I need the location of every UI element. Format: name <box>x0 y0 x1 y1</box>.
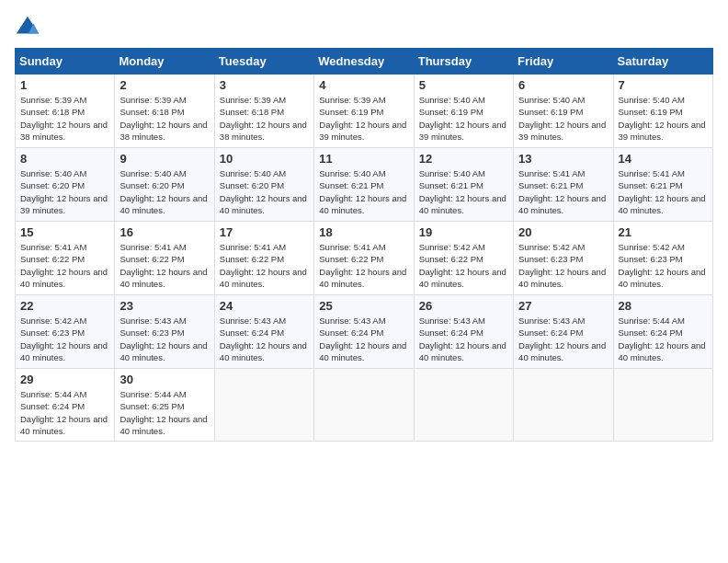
calendar-day-cell: 27 Sunrise: 5:43 AMSunset: 6:24 PMDaylig… <box>514 295 613 369</box>
day-info: Sunrise: 5:44 AMSunset: 6:24 PMDaylight:… <box>20 388 109 437</box>
logo-icon <box>15 15 40 40</box>
calendar-day-cell: 29 Sunrise: 5:44 AMSunset: 6:24 PMDaylig… <box>16 369 115 442</box>
day-info: Sunrise: 5:39 AMSunset: 6:19 PMDaylight:… <box>319 94 408 143</box>
day-number: 7 <box>619 78 708 92</box>
day-info: Sunrise: 5:40 AMSunset: 6:21 PMDaylight:… <box>419 167 508 216</box>
day-number: 17 <box>220 225 309 239</box>
weekday-header: Thursday <box>414 49 513 75</box>
calendar-day-cell: 12 Sunrise: 5:40 AMSunset: 6:21 PMDaylig… <box>414 148 513 222</box>
day-number: 21 <box>619 225 708 239</box>
calendar-day-cell: 3 Sunrise: 5:39 AMSunset: 6:18 PMDayligh… <box>214 75 313 148</box>
calendar-day-cell <box>613 369 712 442</box>
day-number: 28 <box>619 299 708 313</box>
day-number: 16 <box>119 225 209 239</box>
day-info: Sunrise: 5:43 AMSunset: 6:24 PMDaylight:… <box>419 315 508 363</box>
day-info: Sunrise: 5:40 AMSunset: 6:19 PMDaylight:… <box>619 94 708 143</box>
calendar-day-cell: 25 Sunrise: 5:43 AMSunset: 6:24 PMDaylig… <box>314 295 414 369</box>
day-info: Sunrise: 5:43 AMSunset: 6:24 PMDaylight:… <box>518 315 608 363</box>
calendar-week-row: 15 Sunrise: 5:41 AMSunset: 6:22 PMDaylig… <box>16 222 713 295</box>
calendar-header: SundayMondayTuesdayWednesdayThursdayFrid… <box>16 49 713 75</box>
day-number: 24 <box>220 299 309 313</box>
day-number: 6 <box>518 78 608 92</box>
day-info: Sunrise: 5:43 AMSunset: 6:23 PMDaylight:… <box>119 315 209 363</box>
day-info: Sunrise: 5:41 AMSunset: 6:22 PMDaylight:… <box>119 241 209 290</box>
day-number: 26 <box>419 299 508 313</box>
calendar-day-cell: 24 Sunrise: 5:43 AMSunset: 6:24 PMDaylig… <box>214 295 313 369</box>
calendar-day-cell: 5 Sunrise: 5:40 AMSunset: 6:19 PMDayligh… <box>414 75 513 148</box>
day-info: Sunrise: 5:42 AMSunset: 6:22 PMDaylight:… <box>419 241 508 290</box>
calendar-day-cell: 15 Sunrise: 5:41 AMSunset: 6:22 PMDaylig… <box>16 222 115 295</box>
day-info: Sunrise: 5:40 AMSunset: 6:20 PMDaylight:… <box>119 167 209 216</box>
calendar-day-cell: 22 Sunrise: 5:42 AMSunset: 6:23 PMDaylig… <box>16 295 115 369</box>
calendar-body: 1 Sunrise: 5:39 AMSunset: 6:18 PMDayligh… <box>16 75 713 442</box>
day-info: Sunrise: 5:41 AMSunset: 6:22 PMDaylight:… <box>220 241 309 290</box>
day-number: 9 <box>119 152 209 166</box>
page-header <box>15 15 713 40</box>
day-number: 8 <box>20 152 109 166</box>
calendar-day-cell: 13 Sunrise: 5:41 AMSunset: 6:21 PMDaylig… <box>514 148 613 222</box>
day-number: 14 <box>619 152 708 166</box>
day-info: Sunrise: 5:42 AMSunset: 6:23 PMDaylight:… <box>20 315 109 363</box>
day-info: Sunrise: 5:40 AMSunset: 6:20 PMDaylight:… <box>20 167 109 216</box>
calendar-day-cell: 26 Sunrise: 5:43 AMSunset: 6:24 PMDaylig… <box>414 295 513 369</box>
calendar-day-cell: 17 Sunrise: 5:41 AMSunset: 6:22 PMDaylig… <box>214 222 313 295</box>
day-info: Sunrise: 5:42 AMSunset: 6:23 PMDaylight:… <box>518 241 608 290</box>
logo <box>15 15 44 40</box>
calendar-day-cell: 10 Sunrise: 5:40 AMSunset: 6:20 PMDaylig… <box>214 148 313 222</box>
day-number: 5 <box>419 78 508 92</box>
calendar-day-cell: 18 Sunrise: 5:41 AMSunset: 6:22 PMDaylig… <box>314 222 414 295</box>
day-info: Sunrise: 5:40 AMSunset: 6:20 PMDaylight:… <box>220 167 309 216</box>
calendar-day-cell <box>214 369 313 442</box>
day-info: Sunrise: 5:41 AMSunset: 6:21 PMDaylight:… <box>619 167 708 216</box>
day-number: 3 <box>220 78 309 92</box>
calendar-day-cell: 14 Sunrise: 5:41 AMSunset: 6:21 PMDaylig… <box>613 148 712 222</box>
day-info: Sunrise: 5:44 AMSunset: 6:24 PMDaylight:… <box>619 315 708 363</box>
calendar-day-cell: 1 Sunrise: 5:39 AMSunset: 6:18 PMDayligh… <box>16 75 115 148</box>
calendar-week-row: 8 Sunrise: 5:40 AMSunset: 6:20 PMDayligh… <box>16 148 713 222</box>
calendar-day-cell: 21 Sunrise: 5:42 AMSunset: 6:23 PMDaylig… <box>613 222 712 295</box>
calendar-week-row: 1 Sunrise: 5:39 AMSunset: 6:18 PMDayligh… <box>16 75 713 148</box>
day-info: Sunrise: 5:43 AMSunset: 6:24 PMDaylight:… <box>319 315 408 363</box>
day-info: Sunrise: 5:39 AMSunset: 6:18 PMDaylight:… <box>20 94 109 143</box>
day-info: Sunrise: 5:40 AMSunset: 6:21 PMDaylight:… <box>319 167 408 216</box>
day-number: 27 <box>518 299 608 313</box>
weekday-header-row: SundayMondayTuesdayWednesdayThursdayFrid… <box>16 49 713 75</box>
day-number: 29 <box>20 373 109 386</box>
calendar-day-cell: 4 Sunrise: 5:39 AMSunset: 6:19 PMDayligh… <box>314 75 414 148</box>
calendar-day-cell: 23 Sunrise: 5:43 AMSunset: 6:23 PMDaylig… <box>115 295 214 369</box>
day-number: 11 <box>319 152 408 166</box>
weekday-header: Monday <box>115 49 214 75</box>
calendar-day-cell: 16 Sunrise: 5:41 AMSunset: 6:22 PMDaylig… <box>115 222 214 295</box>
day-number: 20 <box>518 225 608 239</box>
calendar-day-cell: 2 Sunrise: 5:39 AMSunset: 6:18 PMDayligh… <box>115 75 214 148</box>
calendar-day-cell: 20 Sunrise: 5:42 AMSunset: 6:23 PMDaylig… <box>514 222 613 295</box>
calendar-week-row: 29 Sunrise: 5:44 AMSunset: 6:24 PMDaylig… <box>16 369 713 442</box>
calendar-day-cell: 9 Sunrise: 5:40 AMSunset: 6:20 PMDayligh… <box>115 148 214 222</box>
calendar-day-cell: 11 Sunrise: 5:40 AMSunset: 6:21 PMDaylig… <box>314 148 414 222</box>
day-number: 1 <box>20 78 109 92</box>
weekday-header: Saturday <box>613 49 712 75</box>
day-number: 4 <box>319 78 408 92</box>
calendar-week-row: 22 Sunrise: 5:42 AMSunset: 6:23 PMDaylig… <box>16 295 713 369</box>
day-info: Sunrise: 5:41 AMSunset: 6:22 PMDaylight:… <box>319 241 408 290</box>
weekday-header: Tuesday <box>214 49 313 75</box>
day-number: 30 <box>119 373 209 386</box>
weekday-header: Wednesday <box>314 49 414 75</box>
day-number: 19 <box>419 225 508 239</box>
day-number: 22 <box>20 299 109 313</box>
day-number: 13 <box>518 152 608 166</box>
day-info: Sunrise: 5:43 AMSunset: 6:24 PMDaylight:… <box>220 315 309 363</box>
weekday-header: Sunday <box>16 49 115 75</box>
day-info: Sunrise: 5:44 AMSunset: 6:25 PMDaylight:… <box>119 388 209 437</box>
day-number: 23 <box>119 299 209 313</box>
day-info: Sunrise: 5:39 AMSunset: 6:18 PMDaylight:… <box>119 94 209 143</box>
calendar-day-cell: 6 Sunrise: 5:40 AMSunset: 6:19 PMDayligh… <box>514 75 613 148</box>
weekday-header: Friday <box>514 49 613 75</box>
day-info: Sunrise: 5:41 AMSunset: 6:22 PMDaylight:… <box>20 241 109 290</box>
day-info: Sunrise: 5:40 AMSunset: 6:19 PMDaylight:… <box>419 94 508 143</box>
calendar-day-cell: 7 Sunrise: 5:40 AMSunset: 6:19 PMDayligh… <box>613 75 712 148</box>
calendar-day-cell: 28 Sunrise: 5:44 AMSunset: 6:24 PMDaylig… <box>613 295 712 369</box>
day-number: 18 <box>319 225 408 239</box>
calendar-table: SundayMondayTuesdayWednesdayThursdayFrid… <box>15 48 713 442</box>
calendar-day-cell <box>314 369 414 442</box>
